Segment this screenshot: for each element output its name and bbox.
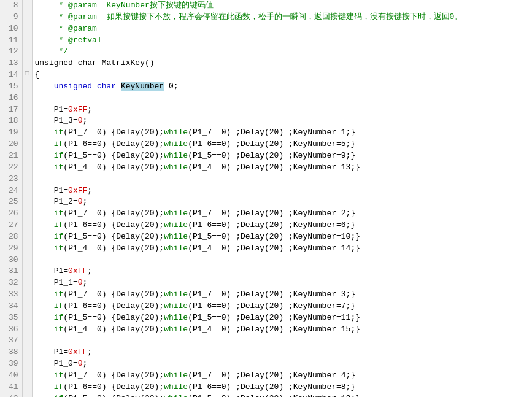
code-token: (P1_6==0) ;Delay(20) ;KeyNumber=6;} — [188, 220, 355, 229]
code-token: (P1_5==0) ;Delay(20) ;KeyNumber=9;} — [188, 151, 355, 160]
table-row: 41 if(P1_6==0) {Delay(20);while(P1_6==0)… — [0, 382, 532, 393]
table-row: 31 P1=0xFF; — [0, 266, 532, 277]
code-token: (P1_7==0) ;Delay(20) ;KeyNumber=4;} — [188, 371, 355, 380]
code-token: (P1_4==0) ;Delay(20) ;KeyNumber=15;} — [188, 325, 360, 334]
code-token: (P1_5==0) ;Delay(20) ;KeyNumber=10;} — [188, 232, 360, 241]
line-code: if(P1_6==0) {Delay(20);while(P1_6==0) ;D… — [32, 220, 532, 231]
line-number: 17 — [0, 104, 22, 116]
table-row: 37 — [0, 335, 532, 347]
code-token: while — [164, 325, 188, 334]
code-token: (P1_5==0) {Delay(20); — [63, 313, 164, 322]
code-token: * @retval — [35, 36, 102, 45]
code-token: while — [164, 128, 188, 137]
line-collapse-icon — [22, 255, 32, 266]
code-token — [35, 209, 54, 218]
table-row: 26 if(P1_7==0) {Delay(20);while(P1_7==0)… — [0, 208, 532, 220]
line-number: 37 — [0, 335, 22, 347]
line-code: unsigned char KeyNumber=0; — [32, 81, 532, 93]
line-collapse-icon — [22, 196, 32, 208]
code-token: (P1_6==0) ;Delay(20) ;KeyNumber=5;} — [188, 139, 355, 148]
line-collapse-icon — [22, 115, 32, 127]
line-code: P1=0xFF; — [32, 104, 532, 116]
line-number: 28 — [0, 231, 22, 243]
code-token: (P1_6==0) ;Delay(20) ;KeyNumber=8;} — [188, 382, 355, 391]
table-row: 28 if(P1_5==0) {Delay(20);while(P1_5==0)… — [0, 231, 532, 243]
line-collapse-icon — [22, 81, 32, 93]
line-code — [32, 335, 532, 347]
line-number: 36 — [0, 324, 22, 336]
line-code: P1=0xFF; — [32, 266, 532, 277]
code-token: while — [164, 371, 188, 380]
line-code: if(P1_6==0) {Delay(20);while(P1_6==0) ;D… — [32, 382, 532, 393]
table-row: 34 if(P1_6==0) {Delay(20);while(P1_6==0)… — [0, 301, 532, 312]
code-token: while — [164, 139, 188, 148]
line-code: if(P1_4==0) {Delay(20);while(P1_4==0) ;D… — [32, 324, 532, 336]
code-token: while — [164, 301, 188, 310]
code-token — [35, 382, 54, 391]
line-collapse-icon — [22, 266, 32, 277]
code-token: (P1_7==0) ;Delay(20) ;KeyNumber=1;} — [188, 128, 355, 137]
code-table: 8 * @param KeyNumber按下按键的键码值9 * @param 如… — [0, 0, 532, 397]
code-token: * @param KeyNumber按下按键的键码值 — [35, 1, 214, 10]
code-token: ; — [87, 186, 92, 195]
code-token: P1_3= — [35, 116, 78, 125]
code-token: while — [164, 382, 188, 391]
code-token: (P1_5==0) ;Delay(20) ;KeyNumber=12;} — [188, 394, 360, 397]
code-token: if — [54, 209, 64, 218]
line-collapse-icon — [22, 162, 32, 174]
line-code — [32, 255, 532, 266]
line-code: if(P1_5==0) {Delay(20);while(P1_5==0) ;D… — [32, 312, 532, 324]
code-token: unsigned char — [54, 82, 121, 91]
table-row: 18 P1_3=0; — [0, 115, 532, 127]
line-collapse-icon — [22, 335, 32, 347]
code-token: P1_1= — [35, 278, 78, 287]
line-number: 13 — [0, 58, 22, 69]
line-collapse-icon — [22, 150, 32, 162]
line-collapse-icon — [22, 0, 32, 12]
line-collapse-icon — [22, 277, 32, 289]
line-collapse-icon — [22, 358, 32, 370]
table-row: 42 if(P1_5==0) {Delay(20);while(P1_5==0)… — [0, 393, 532, 397]
code-token — [35, 394, 54, 397]
line-collapse-icon[interactable]: □ — [22, 69, 32, 81]
line-code: * @param — [32, 23, 532, 35]
code-token: (P1_7==0) {Delay(20); — [63, 290, 164, 299]
table-row: 20 if(P1_6==0) {Delay(20);while(P1_6==0)… — [0, 139, 532, 150]
table-row: 13unsigned char MatrixKey() — [0, 58, 532, 69]
code-token: 0xFF — [68, 347, 87, 357]
code-token: P1_2= — [35, 197, 78, 206]
line-code — [32, 174, 532, 185]
code-token: (P1_7==0) ;Delay(20) ;KeyNumber=3;} — [188, 290, 355, 299]
line-number: 20 — [0, 139, 22, 150]
line-code: if(P1_7==0) {Delay(20);while(P1_7==0) ;D… — [32, 127, 532, 139]
line-collapse-icon — [22, 324, 32, 336]
code-token: (P1_4==0) ;Delay(20) ;KeyNumber=14;} — [188, 244, 360, 253]
line-code: if(P1_5==0) {Delay(20);while(P1_5==0) ;D… — [32, 231, 532, 243]
code-token — [35, 325, 54, 334]
table-row: 16 — [0, 93, 532, 104]
code-token — [35, 128, 54, 137]
line-code: P1=0xFF; — [32, 185, 532, 197]
line-collapse-icon — [22, 139, 32, 150]
line-number: 25 — [0, 196, 22, 208]
code-token: while — [164, 394, 188, 397]
line-collapse-icon — [22, 93, 32, 104]
code-token — [35, 139, 54, 148]
line-number: 31 — [0, 266, 22, 277]
code-token: 0 — [78, 116, 83, 125]
code-token — [35, 151, 54, 160]
line-collapse-icon — [22, 289, 32, 301]
code-token: (P1_5==0) {Delay(20); — [63, 394, 164, 397]
code-token: while — [164, 151, 188, 160]
code-token: { — [35, 70, 40, 79]
code-token: (P1_4==0) {Delay(20); — [63, 244, 164, 253]
code-token: if — [54, 128, 64, 137]
line-collapse-icon — [22, 174, 32, 185]
code-token: while — [164, 209, 188, 218]
code-token: if — [54, 232, 64, 241]
code-token: if — [54, 382, 64, 391]
code-token — [35, 371, 54, 380]
table-row: 36 if(P1_4==0) {Delay(20);while(P1_4==0)… — [0, 324, 532, 336]
code-token: 0xFF — [68, 266, 87, 276]
table-row: 21 if(P1_5==0) {Delay(20);while(P1_5==0)… — [0, 150, 532, 162]
